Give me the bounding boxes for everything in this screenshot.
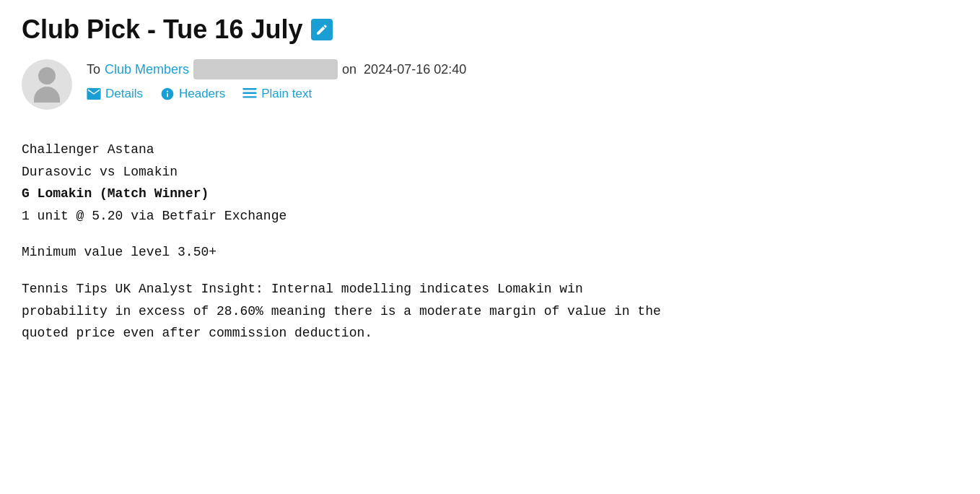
info-icon xyxy=(160,87,175,101)
insight-line2: probability in excess of 28.60% meaning … xyxy=(22,300,958,323)
to-label: To xyxy=(87,62,100,77)
min-value: Minimum value level 3.50+ xyxy=(22,241,958,264)
headers-action[interactable]: Headers xyxy=(160,87,225,101)
email-meta: To Club Members on 2024-07-16 02:40 Deta… xyxy=(22,59,958,110)
match-vs: Durasovic vs Lomakin xyxy=(22,161,958,183)
email-to-line: To Club Members on 2024-07-16 02:40 xyxy=(87,59,466,79)
match-title: Challenger Astana xyxy=(22,139,958,161)
avatar-icon xyxy=(34,67,60,103)
match-pick: G Lomakin (Match Winner) xyxy=(22,183,958,205)
insight-line1: Tennis Tips UK Analyst Insight: Internal… xyxy=(22,278,958,300)
plain-text-label: Plain text xyxy=(261,87,312,101)
svg-rect-0 xyxy=(243,88,257,90)
page-title: Club Pick - Tue 16 July xyxy=(22,14,302,45)
envelope-icon xyxy=(87,88,101,100)
svg-rect-1 xyxy=(243,92,257,94)
email-container: Club Pick - Tue 16 July To Club Members … xyxy=(22,14,958,352)
details-action[interactable]: Details xyxy=(87,87,143,101)
avatar-head xyxy=(38,67,56,84)
email-title-bar: Club Pick - Tue 16 July xyxy=(22,14,958,45)
match-unit: 1 unit @ 5.20 via Betfair Exchange xyxy=(22,205,958,228)
insight-line3: quoted price even after commission deduc… xyxy=(22,322,958,344)
spacer-2 xyxy=(22,264,958,278)
email-body: Challenger Astana Durasovic vs Lomakin G… xyxy=(22,131,958,352)
avatar xyxy=(22,59,72,110)
email-info: To Club Members on 2024-07-16 02:40 Deta… xyxy=(87,59,466,101)
recipient-label[interactable]: Club Members xyxy=(105,62,189,77)
svg-rect-2 xyxy=(243,96,257,98)
headers-label: Headers xyxy=(179,87,225,101)
spacer-1 xyxy=(22,227,958,241)
details-label: Details xyxy=(105,87,143,101)
avatar-body xyxy=(34,87,60,103)
plain-text-action[interactable]: Plain text xyxy=(242,87,312,101)
email-actions: Details Headers xyxy=(87,87,466,101)
email-date: on 2024-07-16 02:40 xyxy=(342,62,466,77)
edit-icon[interactable] xyxy=(311,19,333,40)
redacted-email xyxy=(193,59,338,79)
menu-icon xyxy=(242,88,257,100)
